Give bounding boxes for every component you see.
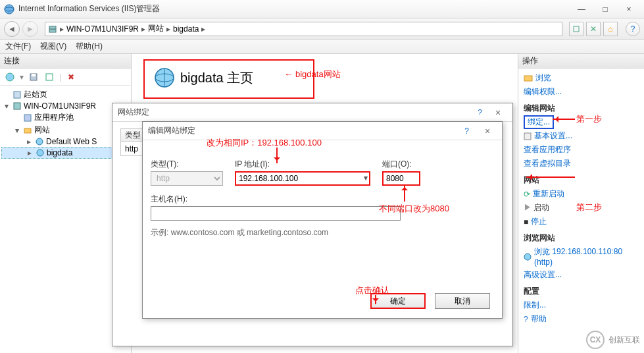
window-close-button[interactable]: × bbox=[618, 3, 640, 16]
breadcrumb-server[interactable]: WIN-O7M1UN3IF9R bbox=[66, 24, 139, 34]
menu-help[interactable]: 帮助(H) bbox=[76, 41, 103, 52]
label-type: 类型(T): bbox=[151, 159, 223, 170]
action-view-apps[interactable]: 查看应用程序 bbox=[524, 143, 639, 157]
tree-start-page[interactable]: 起始页 bbox=[1, 88, 130, 101]
watermark-logo: CX bbox=[586, 331, 605, 349]
menu-view[interactable]: 视图(V) bbox=[40, 41, 66, 52]
action-advanced-settings[interactable]: 高级设置... bbox=[524, 268, 639, 282]
tree-default-website[interactable]: ▸ Default Web S bbox=[1, 136, 130, 147]
svg-rect-2 bbox=[49, 26, 56, 29]
svg-point-0 bbox=[5, 5, 14, 14]
nav-refresh-button[interactable] bbox=[569, 22, 583, 36]
label-hostname: 主机名(H): bbox=[151, 194, 401, 205]
nav-back-button[interactable]: ◄ bbox=[4, 21, 20, 37]
watermark-text: 创新互联 bbox=[608, 335, 640, 346]
svg-rect-12 bbox=[24, 128, 31, 133]
action-stop[interactable]: ■ 停止 bbox=[524, 215, 639, 229]
svg-rect-17 bbox=[524, 76, 532, 81]
window-minimize-button[interactable]: — bbox=[570, 3, 593, 16]
page-title: bigdata 主页 bbox=[180, 69, 253, 87]
breadcrumb[interactable]: ▸ WIN-O7M1UN3IF9R ▸ 网站 ▸ bigdata ▸ bbox=[45, 22, 562, 36]
svg-rect-3 bbox=[49, 30, 56, 32]
tree-sites[interactable]: ▾ 网站 bbox=[1, 124, 130, 136]
type-select[interactable]: http bbox=[151, 171, 223, 186]
nav-stop-button[interactable]: ✕ bbox=[586, 22, 601, 36]
edit-dialog-titlebar[interactable]: 编辑网站绑定 ? × bbox=[143, 122, 502, 140]
edit-help-button[interactable]: ? bbox=[464, 126, 469, 136]
edit-dialog-title: 编辑网站绑定 bbox=[148, 125, 195, 136]
window-titlebar: Internet Information Services (IIS)管理器 —… bbox=[0, 0, 644, 18]
action-help[interactable]: ? 帮助 bbox=[524, 312, 639, 326]
annotation-confirm-arrow bbox=[375, 295, 376, 304]
nav-forward-button[interactable]: ► bbox=[22, 21, 38, 37]
action-browse-address[interactable]: 浏览 192.168.100.110:80 (http) bbox=[524, 245, 639, 268]
svg-rect-11 bbox=[24, 115, 31, 121]
label-port: 端口(O): bbox=[382, 159, 420, 170]
breadcrumb-bigdata[interactable]: bigdata bbox=[173, 24, 199, 34]
action-basic-settings[interactable]: 基本设置... bbox=[524, 129, 639, 143]
settings-icon bbox=[524, 132, 532, 140]
nav-toolbar: ◄ ► ▸ WIN-O7M1UN3IF9R ▸ 网站 ▸ bigdata ▸ ✕… bbox=[0, 18, 644, 40]
folder-icon bbox=[23, 126, 32, 135]
svg-point-13 bbox=[36, 138, 43, 145]
bindings-dialog-title: 网站绑定 bbox=[118, 107, 149, 118]
bindings-close-button[interactable]: × bbox=[489, 107, 507, 118]
connect-icon[interactable] bbox=[4, 71, 16, 83]
annotation-step1-arrow bbox=[553, 119, 575, 120]
hostname-input[interactable] bbox=[151, 206, 401, 221]
svg-rect-8 bbox=[46, 74, 53, 80]
action-explore[interactable]: 浏览 bbox=[524, 71, 639, 85]
group-browse-site: 浏览网站 bbox=[524, 232, 639, 244]
refresh-icon[interactable] bbox=[43, 71, 55, 83]
group-edit-site: 编辑网站 bbox=[524, 103, 639, 114]
globe-icon bbox=[36, 148, 45, 157]
action-edit-permissions[interactable]: 编辑权限... bbox=[524, 85, 639, 99]
save-icon[interactable] bbox=[28, 71, 39, 83]
window-title: Internet Information Services (IIS)管理器 bbox=[18, 3, 570, 14]
watermark: CX 创新互联 bbox=[586, 331, 640, 349]
group-configure: 配置 bbox=[524, 286, 639, 297]
svg-rect-7 bbox=[32, 74, 36, 76]
nav-help-button[interactable]: ? bbox=[626, 22, 640, 36]
svg-rect-18 bbox=[524, 133, 531, 140]
help-icon: ? bbox=[524, 315, 528, 324]
window-maximize-button[interactable]: □ bbox=[594, 3, 616, 16]
play-icon: ▶ bbox=[524, 203, 532, 212]
edit-binding-dialog: 编辑网站绑定 ? × 类型(T): http IP 地址(I): ▾ 端口(O)… bbox=[142, 121, 503, 319]
svg-rect-10 bbox=[14, 103, 20, 109]
tree-server[interactable]: ▾ WIN-O7M1UN3IF9R bbox=[1, 101, 130, 111]
site-globe-icon bbox=[154, 67, 175, 88]
main-header: bigdata 主页 bbox=[143, 59, 314, 99]
breadcrumb-sep: ▸ bbox=[60, 24, 64, 34]
action-bindings[interactable]: 绑定... bbox=[524, 115, 554, 129]
home-icon bbox=[12, 90, 22, 99]
label-ip: IP 地址(I): bbox=[235, 159, 370, 170]
action-restart[interactable]: ⟳ 重新启动 bbox=[524, 187, 639, 201]
stop-icon: ■ bbox=[524, 217, 528, 227]
edit-close-button[interactable]: × bbox=[478, 126, 497, 136]
action-view-vdirs[interactable]: 查看虚拟目录 bbox=[524, 157, 639, 171]
tree-bigdata[interactable]: ▸ bigdata bbox=[1, 147, 130, 159]
actions-panel: 操作 浏览 编辑权限... 编辑网站 绑定... 基本设置... 查看应用程序 … bbox=[518, 54, 644, 353]
breadcrumb-sites[interactable]: 网站 bbox=[148, 23, 164, 34]
delete-icon[interactable]: ✖ bbox=[65, 71, 77, 83]
annotation-ip-arrow bbox=[276, 148, 278, 163]
iis-app-icon bbox=[4, 4, 14, 14]
tree-app-pools[interactable]: 应用程序池 bbox=[1, 111, 130, 124]
annotation-step2-arrow bbox=[526, 176, 575, 178]
globe-icon bbox=[35, 137, 44, 146]
folder-open-icon bbox=[524, 74, 533, 82]
annotation-port-arrow bbox=[404, 184, 405, 202]
actions-header: 操作 bbox=[518, 54, 644, 68]
nav-home-button[interactable]: ⌂ bbox=[603, 22, 618, 36]
cancel-button[interactable]: 取消 bbox=[435, 293, 490, 309]
bindings-dialog-titlebar[interactable]: 网站绑定 ? × bbox=[112, 103, 512, 122]
restart-icon: ⟳ bbox=[524, 190, 530, 199]
browse-icon bbox=[524, 253, 532, 261]
ip-address-input[interactable] bbox=[235, 171, 370, 186]
bindings-help-button[interactable]: ? bbox=[478, 108, 482, 117]
action-limits[interactable]: 限制... bbox=[524, 298, 639, 312]
hostname-example: 示例: www.contoso.com 或 marketing.contoso.… bbox=[151, 227, 494, 238]
server-node-icon bbox=[12, 101, 22, 111]
menu-file[interactable]: 文件(F) bbox=[5, 41, 31, 52]
